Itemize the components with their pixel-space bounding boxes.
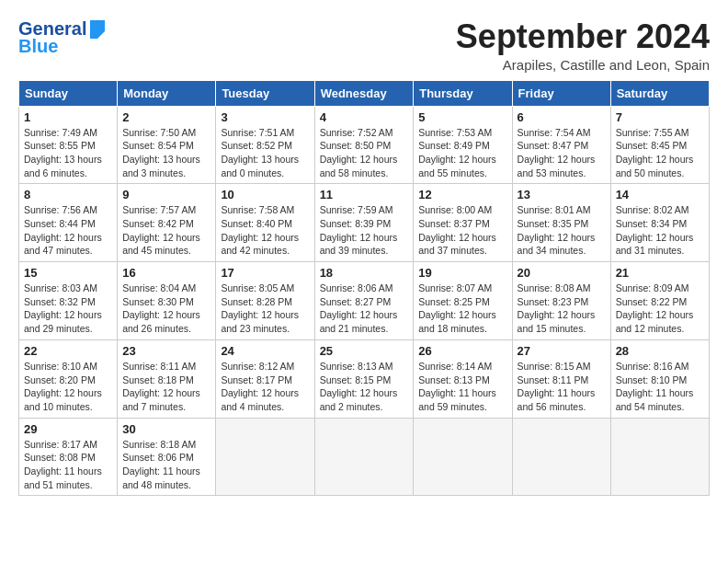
day-info: Sunrise: 7:50 AMSunset: 8:54 PMDaylight:…: [122, 126, 210, 180]
day-info: Sunrise: 8:06 AMSunset: 8:27 PMDaylight:…: [320, 282, 409, 336]
day-info: Sunrise: 8:18 AMSunset: 8:06 PMDaylight:…: [122, 438, 210, 492]
day-number: 8: [24, 188, 112, 201]
calendar-table: SundayMondayTuesdayWednesdayThursdayFrid…: [18, 80, 710, 497]
calendar-day-header: Monday: [118, 80, 216, 106]
calendar-day-cell: 25Sunrise: 8:13 AMSunset: 8:15 PMDayligh…: [314, 339, 414, 418]
day-number: 25: [320, 344, 409, 358]
calendar-day-cell: 27Sunrise: 8:15 AMSunset: 8:11 PMDayligh…: [512, 339, 610, 418]
calendar-day-cell: 29Sunrise: 8:17 AMSunset: 8:08 PMDayligh…: [19, 418, 118, 496]
calendar-day-cell: 24Sunrise: 8:12 AMSunset: 8:17 PMDayligh…: [216, 339, 314, 418]
day-info: Sunrise: 8:02 AMSunset: 8:34 PMDaylight:…: [616, 203, 704, 258]
day-number: 9: [122, 188, 210, 201]
day-number: 21: [616, 266, 704, 280]
day-info: Sunrise: 8:09 AMSunset: 8:22 PMDaylight:…: [616, 282, 704, 336]
day-number: 2: [122, 110, 210, 124]
day-info: Sunrise: 8:16 AMSunset: 8:10 PMDaylight:…: [616, 360, 704, 414]
day-number: 6: [518, 110, 606, 124]
day-info: Sunrise: 7:57 AMSunset: 8:42 PMDaylight:…: [122, 203, 210, 258]
calendar-day-header: Sunday: [19, 80, 118, 106]
title-block: September 2024 Arapiles, Castille and Le…: [456, 18, 710, 73]
day-number: 20: [518, 266, 606, 280]
calendar-day-header: Saturday: [610, 80, 709, 106]
day-info: Sunrise: 7:53 AMSunset: 8:49 PMDaylight:…: [418, 126, 506, 180]
day-info: Sunrise: 8:13 AMSunset: 8:15 PMDaylight:…: [320, 360, 409, 414]
calendar-header-row: SundayMondayTuesdayWednesdayThursdayFrid…: [19, 80, 710, 106]
day-info: Sunrise: 7:54 AMSunset: 8:47 PMDaylight:…: [518, 126, 606, 180]
day-number: 4: [320, 110, 409, 124]
calendar-day-cell: 8Sunrise: 7:56 AMSunset: 8:44 PMDaylight…: [19, 184, 118, 262]
calendar-day-cell: 12Sunrise: 8:00 AMSunset: 8:37 PMDayligh…: [414, 184, 512, 262]
svg-marker-0: [90, 20, 105, 39]
calendar-week-row: 22Sunrise: 8:10 AMSunset: 8:20 PMDayligh…: [19, 339, 710, 418]
day-info: Sunrise: 8:17 AMSunset: 8:08 PMDaylight:…: [24, 438, 112, 492]
day-number: 29: [24, 422, 112, 436]
calendar-day-cell: 5Sunrise: 7:53 AMSunset: 8:49 PMDaylight…: [414, 106, 512, 184]
logo: General Blue: [18, 18, 108, 57]
calendar-week-row: 15Sunrise: 8:03 AMSunset: 8:32 PMDayligh…: [19, 262, 710, 340]
day-number: 18: [320, 266, 409, 280]
calendar-day-cell: 13Sunrise: 8:01 AMSunset: 8:35 PMDayligh…: [512, 184, 610, 262]
calendar-day-cell: 23Sunrise: 8:11 AMSunset: 8:18 PMDayligh…: [118, 339, 216, 418]
calendar-day-cell: 10Sunrise: 7:58 AMSunset: 8:40 PMDayligh…: [216, 184, 314, 262]
day-number: 28: [616, 344, 704, 358]
day-number: 17: [221, 266, 309, 280]
day-info: Sunrise: 8:12 AMSunset: 8:17 PMDaylight:…: [221, 360, 309, 414]
calendar-week-row: 8Sunrise: 7:56 AMSunset: 8:44 PMDaylight…: [19, 184, 710, 262]
location-subtitle: Arapiles, Castille and Leon, Spain: [456, 57, 710, 73]
day-number: 16: [122, 266, 210, 280]
day-number: 30: [122, 422, 210, 436]
calendar-day-cell: 11Sunrise: 7:59 AMSunset: 8:39 PMDayligh…: [314, 184, 414, 262]
calendar-day-header: Wednesday: [314, 80, 414, 106]
day-info: Sunrise: 8:05 AMSunset: 8:28 PMDaylight:…: [221, 282, 309, 336]
calendar-day-cell: [512, 418, 610, 496]
day-info: Sunrise: 8:15 AMSunset: 8:11 PMDaylight:…: [518, 360, 606, 414]
calendar-day-cell: 9Sunrise: 7:57 AMSunset: 8:42 PMDaylight…: [118, 184, 216, 262]
month-title: September 2024: [456, 18, 710, 55]
calendar-day-header: Friday: [512, 80, 610, 106]
calendar-day-cell: [610, 418, 709, 496]
calendar-day-cell: 15Sunrise: 8:03 AMSunset: 8:32 PMDayligh…: [19, 262, 118, 340]
calendar-day-cell: [414, 418, 512, 496]
day-info: Sunrise: 7:56 AMSunset: 8:44 PMDaylight:…: [24, 203, 112, 258]
calendar-day-header: Thursday: [414, 80, 512, 106]
day-info: Sunrise: 8:07 AMSunset: 8:25 PMDaylight:…: [418, 282, 506, 336]
day-number: 26: [418, 344, 506, 358]
day-info: Sunrise: 8:00 AMSunset: 8:37 PMDaylight:…: [418, 203, 506, 258]
day-number: 15: [24, 266, 112, 280]
day-number: 1: [24, 110, 112, 124]
calendar-day-cell: 2Sunrise: 7:50 AMSunset: 8:54 PMDaylight…: [118, 106, 216, 184]
day-info: Sunrise: 7:51 AMSunset: 8:52 PMDaylight:…: [221, 126, 309, 180]
day-number: 14: [616, 188, 704, 201]
day-number: 12: [418, 188, 506, 201]
day-number: 10: [221, 188, 309, 201]
calendar-day-cell: 3Sunrise: 7:51 AMSunset: 8:52 PMDaylight…: [216, 106, 314, 184]
calendar-week-row: 1Sunrise: 7:49 AMSunset: 8:55 PMDaylight…: [19, 106, 710, 184]
day-number: 13: [518, 188, 606, 201]
calendar-day-cell: 20Sunrise: 8:08 AMSunset: 8:23 PMDayligh…: [512, 262, 610, 340]
day-info: Sunrise: 7:58 AMSunset: 8:40 PMDaylight:…: [221, 203, 309, 258]
calendar-day-cell: 14Sunrise: 8:02 AMSunset: 8:34 PMDayligh…: [610, 184, 709, 262]
calendar-day-header: Tuesday: [216, 80, 314, 106]
day-info: Sunrise: 8:10 AMSunset: 8:20 PMDaylight:…: [24, 360, 112, 414]
day-info: Sunrise: 8:14 AMSunset: 8:13 PMDaylight:…: [418, 360, 506, 414]
day-number: 24: [221, 344, 309, 358]
calendar-day-cell: 21Sunrise: 8:09 AMSunset: 8:22 PMDayligh…: [610, 262, 709, 340]
day-info: Sunrise: 8:11 AMSunset: 8:18 PMDaylight:…: [122, 360, 210, 414]
day-number: 5: [418, 110, 506, 124]
calendar-day-cell: 26Sunrise: 8:14 AMSunset: 8:13 PMDayligh…: [414, 339, 512, 418]
page-header: General Blue September 2024 Arapiles, Ca…: [18, 18, 710, 73]
day-info: Sunrise: 7:49 AMSunset: 8:55 PMDaylight:…: [24, 126, 112, 180]
calendar-day-cell: 19Sunrise: 8:07 AMSunset: 8:25 PMDayligh…: [414, 262, 512, 340]
day-info: Sunrise: 8:08 AMSunset: 8:23 PMDaylight:…: [518, 282, 606, 336]
calendar-body: 1Sunrise: 7:49 AMSunset: 8:55 PMDaylight…: [19, 106, 710, 496]
day-info: Sunrise: 7:52 AMSunset: 8:50 PMDaylight:…: [320, 126, 409, 180]
calendar-day-cell: 17Sunrise: 8:05 AMSunset: 8:28 PMDayligh…: [216, 262, 314, 340]
day-info: Sunrise: 7:59 AMSunset: 8:39 PMDaylight:…: [320, 203, 409, 258]
calendar-week-row: 29Sunrise: 8:17 AMSunset: 8:08 PMDayligh…: [19, 418, 710, 496]
calendar-day-cell: 30Sunrise: 8:18 AMSunset: 8:06 PMDayligh…: [118, 418, 216, 496]
day-number: 27: [518, 344, 606, 358]
day-number: 7: [616, 110, 704, 124]
calendar-day-cell: 28Sunrise: 8:16 AMSunset: 8:10 PMDayligh…: [610, 339, 709, 418]
calendar-day-cell: 16Sunrise: 8:04 AMSunset: 8:30 PMDayligh…: [118, 262, 216, 340]
calendar-day-cell: 18Sunrise: 8:06 AMSunset: 8:27 PMDayligh…: [314, 262, 414, 340]
